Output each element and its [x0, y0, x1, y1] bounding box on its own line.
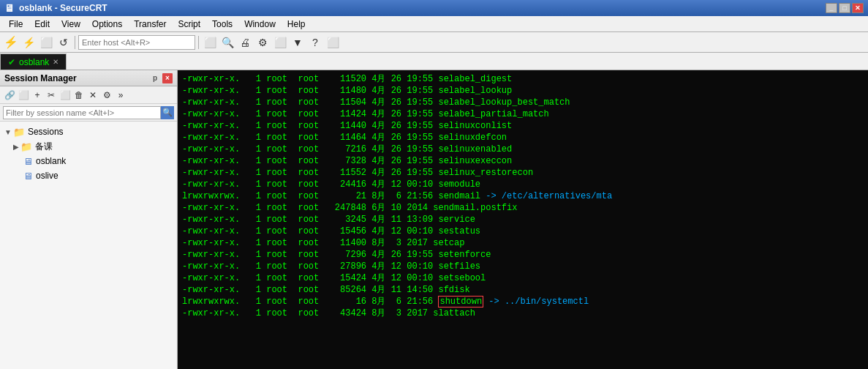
terminal-line: -rwxr-xr-x. 1 root root 11400 8月 3 2017 …: [182, 237, 864, 249]
tab-label: osblank: [19, 57, 49, 67]
help-button[interactable]: ?: [307, 34, 323, 51]
terminal-line: -rwxr-xr-x. 1 root root 24416 4月 12 00:1…: [182, 179, 864, 190]
maximize-button[interactable]: □: [839, 3, 850, 13]
tree-arrow-sessions: ▼: [4, 128, 12, 136]
terminal-line: -rwxr-xr-x. 1 root root 11464 4月 26 19:5…: [182, 132, 864, 144]
terminal-line: lrwxrwxrwx. 1 root root 21 8月 6 21:56 se…: [182, 190, 864, 202]
main-layout: Session Manager p × 🔗 ⬜ + ✂ ⬜ 🗑 ✕ ⚙ » 🔍 …: [0, 70, 868, 369]
terminal-area: -rwxr-xr-x. 1 root root 11520 4月 26 19:5…: [178, 70, 868, 369]
tree-label-sessions: Sessions: [28, 127, 64, 137]
dropdown-button[interactable]: ▼: [290, 34, 306, 51]
connect-session-button[interactable]: 🔗: [3, 89, 16, 102]
menu-script[interactable]: Script: [172, 18, 206, 31]
minimize-button[interactable]: _: [826, 3, 837, 13]
tree-item-oslive[interactable]: 🖥 oslive: [0, 168, 177, 183]
panel-close-button[interactable]: ×: [162, 73, 173, 83]
session-header-controls: p ×: [150, 73, 173, 83]
toolbar-separator-1: [75, 36, 75, 49]
remove-session-button[interactable]: ✕: [86, 89, 99, 102]
window-title: osblank - SecureCRT: [19, 3, 107, 13]
tree-item-osblank[interactable]: 🖥 osblank: [0, 154, 177, 168]
window-controls: _ □ ✕: [826, 3, 864, 13]
copy-session-button[interactable]: ⬜: [59, 89, 72, 102]
session-toolbar: 🔗 ⬜ + ✂ ⬜ 🗑 ✕ ⚙ »: [0, 86, 177, 104]
copy-button[interactable]: ⬜: [202, 34, 218, 51]
menu-tools[interactable]: Tools: [206, 18, 238, 31]
menu-help[interactable]: Help: [282, 18, 312, 31]
terminal-line: -rwxr-xr-x. 1 root root 7216 4月 26 19:55…: [182, 144, 864, 155]
tab-bar: ✔ osblank ✕: [0, 53, 868, 70]
menu-options[interactable]: Options: [86, 18, 128, 31]
print-button[interactable]: 🖨: [237, 34, 253, 51]
delete-session-button[interactable]: 🗑: [72, 89, 86, 102]
main-toolbar: ⚡ ⚡ ⬜ ↺ ⬜ 🔍 🖨 ⚙ ⬜ ▼ ? ⬜: [0, 32, 868, 53]
menu-view[interactable]: View: [56, 18, 86, 31]
pin-button[interactable]: p: [150, 73, 160, 83]
session-manager-title: Session Manager: [4, 73, 150, 83]
session-search-input[interactable]: [3, 106, 161, 119]
terminal-line: -rwxr-xr-x. 1 root root 15424 4月 12 00:1…: [182, 272, 864, 284]
terminal-line: -rwxr-xr-x. 1 root root 11552 4月 26 19:5…: [182, 167, 864, 179]
tree-item-sessions[interactable]: ▼ 📁 Sessions: [0, 124, 177, 139]
connect-button[interactable]: ⚡: [20, 34, 37, 51]
menu-file[interactable]: File: [3, 18, 29, 31]
sessions-button[interactable]: ⬜: [272, 34, 288, 51]
terminal-line: -rwxr-xr-x. 1 root root 11520 4月 26 19:5…: [182, 73, 864, 85]
session-settings-button[interactable]: ⚙: [100, 89, 113, 102]
tree-label-bekeke: 备课: [35, 141, 53, 153]
terminal-line: -rwxr-xr-x. 1 root root 15456 4月 12 00:1…: [182, 225, 864, 237]
session-icon-osblank: 🖥: [23, 156, 33, 167]
cut-session-button[interactable]: ✂: [45, 89, 58, 102]
more-session-button[interactable]: »: [114, 89, 127, 102]
terminal-line: -rwxr-xr-x. 1 root root 11440 4月 26 19:5…: [182, 120, 864, 132]
new-tab-button[interactable]: ⬜: [38, 34, 54, 51]
terminal-line: -rwxr-xr-x. 1 root root 247848 6月 10 201…: [182, 202, 864, 214]
terminal-line: -rwxr-xr-x. 1 root root 43424 8月 3 2017 …: [182, 308, 864, 319]
tree-item-bekeke[interactable]: ▶ 📁 备课: [0, 139, 177, 154]
title-bar: 🖥 osblank - SecureCRT _ □ ✕: [0, 0, 868, 16]
tab-osblank[interactable]: ✔ osblank ✕: [0, 53, 67, 70]
close-button[interactable]: ✕: [852, 3, 864, 13]
tree-label-osblank: osblank: [36, 156, 66, 166]
terminal-line: -rwxr-xr-x. 1 root root 27896 4月 12 00:1…: [182, 261, 864, 272]
terminal-line: -rwxr-xr-x. 1 root root 11424 4月 26 19:5…: [182, 108, 864, 120]
find-button[interactable]: 🔍: [219, 34, 235, 51]
terminal-line: lrwxrwxrwx. 1 root root 16 8月 6 21:56 sh…: [182, 296, 864, 308]
new-session-folder-button[interactable]: ⬜: [17, 89, 30, 102]
folder-icon-bekeke: 📁: [20, 141, 32, 152]
reconnect-button[interactable]: ↺: [56, 34, 72, 51]
menu-bar: File Edit View Options Transfer Script T…: [0, 16, 868, 32]
toolbar-separator-2: [198, 36, 199, 49]
session-tree: ▼ 📁 Sessions ▶ 📁 备课 🖥 osblank 🖥 oslive: [0, 122, 177, 369]
terminal-line: -rwxr-xr-x. 1 root root 11504 4月 26 19:5…: [182, 97, 864, 108]
terminal-line: -rwxr-xr-x. 1 root root 85264 4月 11 14:5…: [182, 284, 864, 296]
session-icon-oslive: 🖥: [23, 171, 33, 182]
terminal-line: -rwxr-xr-x. 1 root root 7328 4月 26 19:55…: [182, 155, 864, 167]
terminal-line: -rwxr-xr-x. 1 root root 11480 4月 26 19:5…: [182, 85, 864, 97]
settings-button[interactable]: ⚙: [254, 34, 271, 51]
menu-transfer[interactable]: Transfer: [128, 18, 172, 31]
app-icon: 🖥: [4, 2, 15, 14]
extra-button[interactable]: ⬜: [325, 34, 341, 51]
session-search-icon[interactable]: 🔍: [161, 106, 174, 119]
terminal-line: -rwxr-xr-x. 1 root root 7296 4月 26 19:55…: [182, 249, 864, 261]
folder-icon-sessions: 📁: [13, 127, 25, 138]
tree-arrow-bekeke: ▶: [13, 143, 19, 151]
session-manager-header: Session Manager p ×: [0, 70, 177, 86]
terminal-line: -rwxr-xr-x. 1 root root 3245 4月 11 13:09…: [182, 214, 864, 225]
session-manager-panel: Session Manager p × 🔗 ⬜ + ✂ ⬜ 🗑 ✕ ⚙ » 🔍 …: [0, 70, 178, 369]
tab-check-icon: ✔: [8, 57, 15, 67]
menu-edit[interactable]: Edit: [29, 18, 56, 31]
tab-close-button[interactable]: ✕: [53, 58, 59, 66]
add-session-button[interactable]: +: [31, 89, 44, 102]
menu-window[interactable]: Window: [238, 18, 282, 31]
tree-label-oslive: oslive: [36, 171, 59, 181]
session-search-bar: 🔍: [0, 104, 177, 122]
quick-connect-button[interactable]: ⚡: [3, 34, 19, 51]
host-input[interactable]: [78, 35, 195, 50]
